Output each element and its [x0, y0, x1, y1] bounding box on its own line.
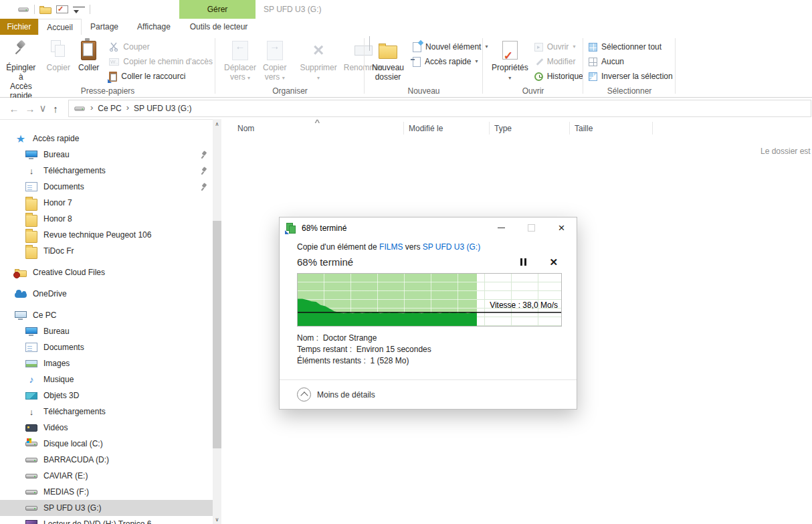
sidebar-item[interactable]: Honor 8 — [0, 211, 213, 227]
new-folder-button[interactable]: Nouveaudossier — [369, 38, 407, 83]
cancel-button[interactable]: ✕ — [549, 257, 558, 267]
speed-label: Vitesse : 38,0 Mo/s — [490, 300, 558, 310]
sidebar-item[interactable]: Objets 3D — [0, 387, 213, 404]
sidebar-item[interactable]: ♪Musique — [0, 371, 213, 387]
back-icon[interactable]: ← — [7, 101, 21, 116]
scroll-down-icon[interactable]: ∨ — [213, 515, 221, 524]
button-label: Copiervers ▾ — [263, 63, 286, 82]
sidebar-item[interactable]: Documents — [0, 179, 213, 195]
sidebar-item[interactable]: BARRACUDA (D:) — [0, 452, 213, 468]
sidebar-item[interactable]: SP UFD U3 (G:) — [0, 500, 213, 516]
close-button[interactable]: × — [546, 217, 577, 238]
sidebar-item[interactable]: Revue technique Peugeot 106 — [0, 227, 213, 243]
folder-icon — [25, 247, 37, 259]
column-header-size[interactable]: Taille — [570, 122, 653, 135]
move-to-button[interactable]: ← Déplacervers ▾ — [221, 38, 260, 83]
button-label: Sélectionner tout — [601, 42, 662, 52]
select-none-icon — [589, 58, 597, 66]
pause-button[interactable] — [520, 258, 526, 266]
new-item-icon — [413, 42, 421, 52]
forward-icon[interactable]: → — [23, 101, 37, 116]
up-icon[interactable]: ↑ — [48, 101, 63, 116]
sidebar-item[interactable]: TiDoc Fr — [0, 243, 213, 259]
button-label: Couper — [123, 42, 149, 52]
tab-view[interactable]: Affichage — [127, 19, 181, 35]
button-label: Copier — [47, 63, 70, 72]
select-none-button[interactable]: Aucun — [586, 54, 676, 69]
empty-folder-message: Le dossier est v — [760, 147, 812, 156]
ribbon: Épingler àAccès rapide Copier Coller Cou… — [0, 35, 812, 98]
group-label: Organiser — [215, 86, 365, 96]
address-field[interactable]: › Ce PC › SP UFD U3 (G:) — [68, 100, 811, 117]
invert-selection-button[interactable]: Inverser la sélection — [586, 69, 676, 84]
sidebar-item[interactable]: ↓Téléchargements — [0, 163, 213, 179]
quick-access-button[interactable]: Accès rapide▾ — [410, 54, 490, 69]
scroll-up-icon[interactable]: ∧ — [213, 119, 221, 128]
sidebar-scrollbar[interactable]: ∧ ∨ — [213, 119, 221, 524]
sidebar-item[interactable]: MEDIAS (F:) — [0, 484, 213, 500]
copy-to-button[interactable]: → Copiervers ▾ — [260, 38, 290, 83]
fewer-details-label[interactable]: Moins de détails — [317, 390, 375, 400]
sidebar-item[interactable]: Bureau — [0, 323, 213, 339]
column-header-modified[interactable]: Modifié le — [404, 122, 490, 135]
sidebar-item[interactable]: Documents — [0, 339, 213, 355]
tab-file[interactable]: Fichier — [0, 19, 38, 35]
new-folder-icon — [379, 46, 397, 59]
open-icon: ▸ — [534, 43, 543, 52]
sidebar-item[interactable]: OneDrive — [0, 286, 213, 302]
customize-toolbar-icon[interactable] — [73, 7, 85, 13]
sort-ascending-icon: ∧ — [314, 118, 321, 124]
clipboard-small-buttons: Couper Copier le chemin d'accès Coller l… — [106, 38, 215, 84]
column-header-name[interactable]: Nom — [221, 122, 404, 135]
sidebar-item[interactable]: CAVIAR (E:) — [0, 468, 213, 484]
sidebar-item-label: Creative Cloud Files — [33, 268, 105, 277]
transfer-speed-chart: Vitesse : 38,0 Mo/s — [297, 273, 562, 327]
recent-locations-chevron-icon[interactable]: ∨ — [39, 101, 47, 116]
tab-share[interactable]: Partage — [82, 19, 127, 35]
dialog-window-controls: × — [486, 217, 577, 238]
paste-shortcut-icon — [109, 72, 117, 82]
properties-checkbox-icon[interactable] — [56, 5, 68, 13]
sidebar-item[interactable]: Disque local (C:) — [0, 436, 213, 452]
minimize-button[interactable] — [486, 217, 516, 238]
sidebar-item[interactable]: ↓Téléchargements — [0, 404, 213, 420]
paste-shortcut-button[interactable]: Coller le raccourci — [106, 69, 215, 84]
select-all-button[interactable]: Sélectionner tout — [586, 39, 676, 54]
sidebar-item[interactable]: Bureau — [0, 147, 213, 163]
column-header-type[interactable]: Type — [490, 122, 570, 135]
paste-button[interactable]: Coller — [75, 38, 102, 74]
sidebar-item[interactable]: Vidéos — [0, 420, 213, 436]
sidebar-item[interactable]: Images — [0, 355, 213, 371]
edit-button[interactable]: Modifier — [532, 54, 586, 69]
sidebar-item[interactable]: Creative Cloud Files — [0, 264, 213, 280]
cut-button[interactable]: Couper — [106, 39, 215, 54]
copy-files-icon — [286, 223, 296, 234]
sidebar-item[interactable]: Lecteur de DVD (H:) Tropico 6 — [0, 516, 213, 524]
folder-icon[interactable] — [39, 7, 52, 14]
scrollbar-thumb[interactable] — [213, 221, 221, 448]
sidebar-item[interactable]: Ce PC — [0, 307, 213, 323]
history-clock-icon — [534, 72, 543, 81]
delete-x-icon: × — [313, 41, 324, 59]
navigation-pane: ★Accès rapideBureau↓TéléchargementsDocum… — [0, 119, 213, 524]
button-label: Inverser la sélection — [601, 72, 673, 81]
breadcrumb-drive-g[interactable]: SP UFD U3 (G:) — [134, 104, 191, 113]
copy-path-button[interactable]: Copier le chemin d'accès — [106, 54, 215, 69]
manage-contextual-tab[interactable]: Gérer — [179, 0, 256, 19]
new-item-button[interactable]: Nouvel élément▾ — [410, 39, 490, 54]
drive-icon — [25, 474, 37, 478]
dialog-body: Copie d'un élément de FILMS vers SP UFD … — [280, 238, 577, 367]
properties-button[interactable]: Propriétés▾ — [488, 38, 532, 83]
tab-drive-tools[interactable]: Outils de lecteur — [181, 19, 257, 35]
sidebar-item-label: Documents — [43, 343, 84, 352]
tab-home[interactable]: Accueil — [38, 19, 82, 35]
breadcrumb-this-pc[interactable]: Ce PC — [98, 104, 121, 113]
history-button[interactable]: Historique — [532, 69, 586, 84]
sidebar-item[interactable]: ★Accès rapide — [0, 130, 213, 147]
open-button[interactable]: ▸ Ouvrir▾ — [532, 39, 586, 54]
copy-prefix-text: Copie d'un élément de — [297, 242, 379, 252]
copy-button[interactable]: Copier — [43, 38, 74, 74]
fewer-details-toggle[interactable] — [297, 387, 311, 402]
delete-button[interactable]: × Supprimer▾ — [296, 38, 340, 83]
sidebar-item[interactable]: Honor 7 — [0, 195, 213, 211]
